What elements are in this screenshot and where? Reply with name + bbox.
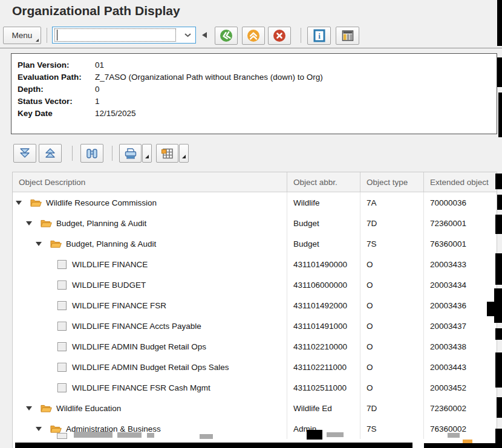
object-description-label: WILDLIFE FINANCE FSR [72, 301, 166, 310]
redaction-mark [495, 253, 502, 285]
object-description-cell: WILDLIFE FINANCE FSR [13, 295, 287, 316]
status-vector-value: 1 [95, 97, 100, 106]
plan-version-label: Plan Version: [18, 60, 95, 70]
org-unit-box-icon[interactable] [57, 383, 67, 392]
object-type-cell: 7S [360, 233, 424, 254]
object-description-label: WILDLIFE FINANCE Accts Payable [72, 322, 201, 331]
back-button[interactable] [215, 27, 238, 45]
exit-button[interactable] [242, 27, 265, 45]
toolbar-separator [72, 146, 73, 161]
extended-object-cell: 72360002 [424, 398, 497, 418]
table-row[interactable]: Wildlife EducationWildlife Ed7D72360002 [13, 398, 497, 418]
folder-icon [41, 404, 52, 413]
table-row[interactable]: WILDLIFE FINANCE Accts Payable4311014910… [13, 316, 497, 336]
choose-layout-button[interactable] [156, 144, 178, 163]
chevron-down-icon[interactable] [184, 31, 192, 39]
org-path-table: Object Description Object abbr. Object t… [12, 172, 497, 448]
expander-triangle-icon[interactable] [26, 406, 32, 411]
object-description-cell: Budget, Planning & Audit [13, 233, 287, 254]
table-row[interactable]: Budget, Planning & AuditBudget7S76360001 [13, 233, 497, 254]
org-unit-box-icon[interactable] [57, 260, 67, 269]
menu-dropdown-icon [36, 39, 39, 42]
object-abbr-cell: Wildlife [287, 192, 360, 213]
object-type-cell: O [360, 295, 424, 316]
redaction-mark [497, 0, 502, 46]
expander-triangle-icon[interactable] [26, 221, 32, 226]
print-button[interactable] [119, 144, 142, 163]
expander-triangle-icon[interactable] [36, 242, 42, 246]
object-abbr-cell: 431101492000 [287, 295, 360, 316]
org-unit-box-icon[interactable] [57, 322, 67, 331]
toolbar-separator [47, 28, 47, 43]
object-type-cell: 7A [360, 192, 424, 213]
expand-all-icon [18, 147, 31, 160]
extended-object-cell: 72360001 [424, 213, 497, 233]
collapse-all-button[interactable] [39, 144, 62, 163]
dropdown-triangle-icon [145, 155, 149, 158]
expander-triangle-icon[interactable] [16, 201, 22, 205]
evaluation-path-label: Evaluation Path: [18, 73, 95, 82]
table-row[interactable]: Wildlife Resource CommissionWildlife7A70… [13, 192, 497, 213]
folder-icon [50, 239, 62, 248]
smudged-text-fragment [327, 432, 344, 437]
object-description-label: Wildlife Resource Commission [46, 198, 157, 207]
object-description-label: Budget, Planning & Audit [66, 239, 156, 248]
table-row[interactable]: WILDLIFE FINANCE FSR431101492000O2000343… [13, 295, 497, 316]
table-row[interactable]: WILDLIFE ADMIN Budget Retail Ops43110221… [13, 336, 497, 357]
column-header-extended-object[interactable]: Extended object [424, 172, 497, 192]
menu-button[interactable]: Menu [3, 27, 41, 44]
column-header-object-type[interactable]: Object type [360, 172, 424, 192]
expand-all-button[interactable] [13, 144, 36, 163]
org-unit-box-icon[interactable] [57, 301, 67, 310]
svg-text:i: i [318, 31, 321, 41]
object-description-cell: WILDLIFE ADMIN Budget Retail Ops [13, 336, 287, 357]
services-list-button[interactable] [336, 27, 359, 45]
print-dropdown-button[interactable] [142, 144, 152, 163]
expander-triangle-icon[interactable] [36, 427, 42, 431]
object-description-cell: WILDLIFE FINANCE Accts Payable [13, 316, 287, 336]
back-icon [219, 28, 233, 43]
smudged-text-fragment [200, 434, 213, 439]
partial-org-unit-box-icon [57, 433, 67, 439]
info-row: Evaluation Path: Z_7ASO (Organizational … [18, 71, 497, 83]
object-description-label: WILDLIFE ADMIN Budget Retail Ops [72, 342, 206, 351]
folder-icon [30, 198, 42, 207]
layout-dropdown-button[interactable] [179, 144, 189, 163]
cancel-icon [272, 28, 287, 43]
object-description-cell: Budget, Planning & Audit [13, 213, 287, 233]
extended-object-cell: 20003433 [424, 254, 497, 274]
exit-icon [246, 28, 261, 43]
table-row[interactable]: WILDLIFE FINANCE FSR Cash Mgmt4311025110… [13, 377, 497, 398]
org-unit-box-icon[interactable] [57, 342, 67, 351]
object-abbr-cell: Wildlife Ed [287, 398, 360, 418]
object-type-cell: 7D [360, 213, 424, 233]
org-unit-box-icon[interactable] [57, 363, 67, 372]
redaction-mark [498, 93, 502, 137]
dropdown-triangle-icon [182, 155, 186, 158]
find-button[interactable] [80, 144, 103, 163]
collapse-all-icon [44, 147, 57, 160]
object-abbr-cell: Budget [287, 233, 360, 254]
table-row[interactable]: WILDLIFE ADMIN Budget Retail Ops Sales43… [13, 357, 497, 377]
info-row: Depth: 0 [18, 83, 497, 95]
cancel-button[interactable] [268, 27, 291, 45]
toolbar-divider [0, 48, 502, 48]
object-type-cell: 7S [360, 418, 424, 439]
column-header-object-description[interactable]: Object Description [13, 172, 287, 192]
system-info-button[interactable]: i [307, 27, 331, 45]
command-field-focus-ring [54, 28, 176, 42]
table-row[interactable]: Budget, Planning & AuditBudget7D72360001 [13, 213, 497, 233]
toolbar-separator [112, 146, 112, 161]
table-row[interactable]: WILDLIFE BUDGET431106000000O20003434 [13, 274, 497, 295]
key-date-value: 12/15/2025 [95, 109, 136, 118]
object-abbr-cell: Budget [287, 213, 360, 233]
redaction-mark [497, 57, 502, 87]
org-unit-box-icon[interactable] [57, 281, 67, 290]
collapse-toolbar-arrow-icon[interactable] [202, 32, 207, 38]
table-row[interactable]: WILDLIFE FINANCE431101490000O20003433 [13, 254, 497, 274]
object-description-label: WILDLIFE FINANCE FSR Cash Mgmt [72, 383, 210, 392]
command-field[interactable] [52, 27, 196, 44]
extended-object-cell: 20003438 [424, 336, 497, 357]
folder-icon [41, 219, 52, 228]
column-header-object-abbr[interactable]: Object abbr. [287, 172, 360, 192]
